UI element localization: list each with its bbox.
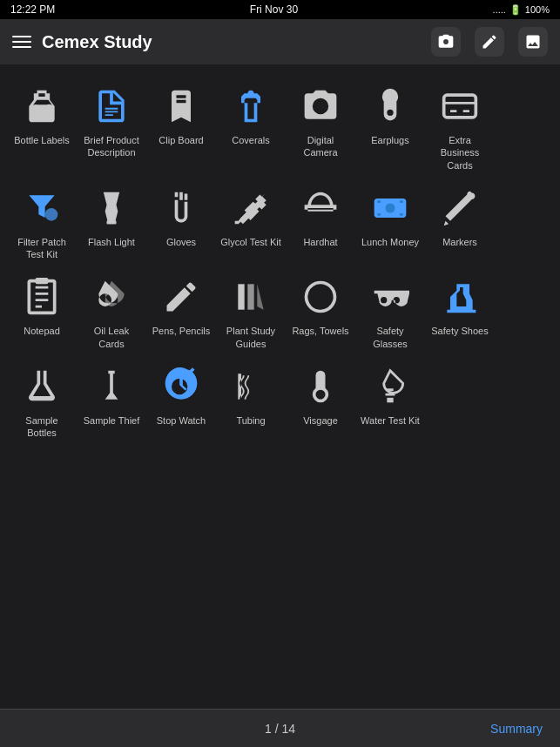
extra-business-icon (437, 84, 482, 129)
grid-item-hardhat[interactable]: Hardhat (286, 177, 355, 266)
water-test-icon (368, 364, 413, 409)
stop-watch-label: Stop Watch (157, 414, 206, 427)
grid-item-visgage[interactable]: Visgage (286, 355, 355, 445)
markers-icon (437, 185, 482, 231)
status-bar: 12:22 PM Fri Nov 30 ..... 🔋 100% (0, 0, 560, 19)
coverals-icon (228, 84, 273, 129)
earplugs-icon (368, 84, 413, 129)
svg-point-1 (45, 208, 58, 221)
grid-item-extra-business[interactable]: Extra Business Cards (425, 75, 495, 177)
grid-item-lunch-money[interactable]: Lunch Money (355, 177, 425, 266)
grid-item-sample-thief[interactable]: Sample Thief (77, 355, 146, 445)
grid-item-earplugs[interactable]: Earplugs (355, 75, 425, 177)
svg-rect-0 (444, 95, 476, 118)
svg-point-3 (386, 203, 395, 212)
pens-pencils-label: Pens, Pencils (152, 325, 211, 337)
grid-item-notepad[interactable]: Notepad (7, 266, 77, 355)
grid-item-gloves[interactable]: Gloves (146, 177, 216, 266)
image-button[interactable] (518, 27, 548, 57)
digital-camera-label: Digital Camera (289, 134, 352, 159)
grid-item-safety-glasses[interactable]: Safety Glasses (355, 266, 425, 355)
bottle-labels-label: Bottle Labels (14, 134, 70, 146)
pens-pencils-icon (159, 274, 204, 320)
clipboard-icon (159, 84, 204, 129)
sample-thief-label: Sample Thief (84, 414, 140, 427)
grid-item-flash-light[interactable]: Flash Light (77, 177, 146, 266)
plant-study-icon (228, 274, 273, 320)
grid-item-rags-towels[interactable]: Rags, Towels (286, 266, 355, 355)
hardhat-label: Hardhat (303, 236, 337, 248)
grid-item-sample-bottles[interactable]: Sample Bottles (7, 355, 77, 445)
status-time: 12:22 PM (10, 3, 55, 16)
svg-rect-7 (247, 285, 253, 310)
flash-light-label: Flash Light (88, 236, 135, 248)
grid-item-markers[interactable]: Markers (425, 177, 495, 266)
visgage-icon (298, 364, 343, 409)
grid-item-bottle-labels[interactable]: Bottle Labels (7, 75, 77, 177)
gloves-icon (159, 185, 204, 231)
grid-item-clipboard[interactable]: Clip Board (146, 75, 216, 177)
grid-item-glycol-test[interactable]: Glycol Test Kit (216, 177, 286, 266)
safety-shoes-icon (437, 274, 482, 320)
grid-item-tubing[interactable]: Tubing (216, 355, 286, 445)
footer: 1 / 14 Summary (0, 709, 560, 747)
flash-light-icon (89, 185, 134, 231)
page-title: Cemex Study (42, 32, 152, 52)
grid-item-safety-shoes[interactable]: Safety Shoes (425, 266, 495, 355)
status-indicators: ..... 🔋 100% (493, 4, 550, 16)
grid-item-digital-camera[interactable]: Digital Camera (286, 75, 355, 177)
page-indicator: 1 / 14 (70, 722, 490, 736)
tubing-icon (228, 364, 273, 409)
grid-item-filter-patch[interactable]: Filter Patch Test Kit (7, 177, 77, 266)
battery-level: 100% (525, 4, 550, 15)
svg-rect-5 (36, 278, 49, 284)
svg-rect-6 (238, 285, 244, 310)
extra-business-label: Extra Business Cards (428, 134, 491, 172)
markers-label: Markers (442, 236, 477, 248)
plant-study-label: Plant Study Guides (219, 325, 282, 350)
bottle-labels-icon (19, 84, 64, 129)
lunch-money-label: Lunch Money (361, 236, 419, 248)
filter-patch-label: Filter Patch Test Kit (10, 236, 73, 261)
rags-towels-label: Rags, Towels (292, 325, 348, 337)
water-test-label: Water Test Kit (361, 414, 420, 427)
visgage-label: Visgage (303, 414, 338, 427)
grid-item-oil-leak[interactable]: Oil Leak Cards (77, 266, 146, 355)
safety-shoes-label: Safety Shoes (431, 325, 488, 337)
notepad-label: Notepad (24, 325, 60, 337)
safety-glasses-icon (368, 274, 413, 320)
sample-bottles-icon (19, 364, 64, 409)
nav-bar: Cemex Study (0, 19, 560, 64)
grid-item-brief-product[interactable]: Brief Product Description (77, 75, 146, 177)
lunch-money-icon (368, 185, 413, 231)
oil-leak-icon (89, 274, 134, 320)
grid-item-stop-watch[interactable]: Stop Watch (146, 355, 216, 445)
signal-icon: ..... (493, 4, 506, 15)
digital-camera-icon (298, 84, 343, 129)
grid-item-plant-study[interactable]: Plant Study Guides (216, 266, 286, 355)
coverals-label: Coverals (232, 134, 269, 146)
summary-button[interactable]: Summary (490, 722, 543, 736)
gloves-label: Gloves (166, 236, 196, 248)
battery-icon: 🔋 (509, 4, 522, 16)
tubing-label: Tubing (236, 414, 265, 427)
notepad-icon (19, 274, 64, 320)
filter-patch-icon (19, 185, 64, 231)
grid-item-coverals[interactable]: Coverals (216, 75, 286, 177)
glycol-test-icon (228, 185, 273, 231)
status-date: Fri Nov 30 (250, 3, 298, 16)
grid-item-pens-pencils[interactable]: Pens, Pencils (146, 266, 216, 355)
oil-leak-label: Oil Leak Cards (80, 325, 143, 350)
sample-bottles-label: Sample Bottles (10, 414, 73, 440)
rags-towels-icon (298, 274, 343, 320)
grid-item-water-test[interactable]: Water Test Kit (355, 355, 425, 445)
brief-product-label: Brief Product Description (80, 134, 143, 159)
glycol-test-label: Glycol Test Kit (220, 236, 281, 248)
svg-rect-4 (29, 281, 54, 313)
stop-watch-icon (159, 364, 204, 409)
menu-button[interactable] (12, 36, 31, 48)
camera-button[interactable] (431, 27, 461, 57)
hardhat-icon (298, 185, 343, 231)
brief-product-icon (89, 84, 134, 129)
edit-button[interactable] (475, 27, 504, 57)
